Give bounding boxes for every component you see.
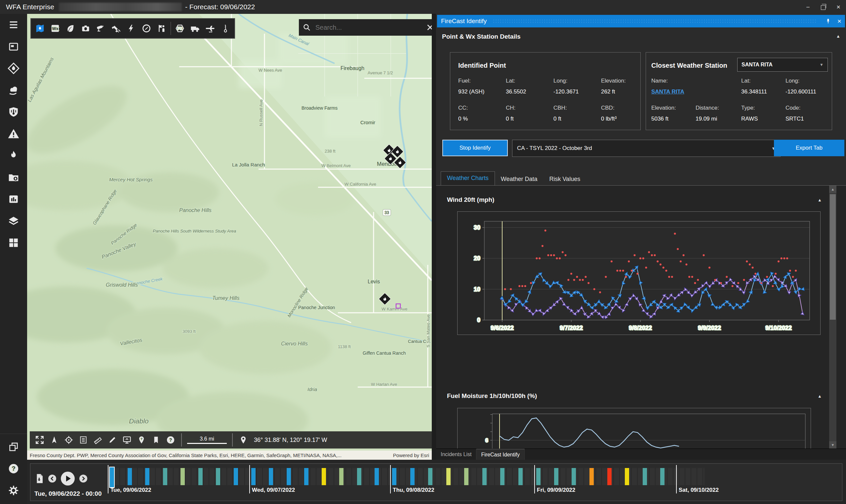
timeline-bar[interactable]	[198, 468, 203, 485]
identify-pin-button[interactable]: ?	[134, 433, 149, 447]
sidebar-item-reports[interactable]	[0, 188, 27, 210]
timeline-bar[interactable]	[410, 468, 415, 485]
step-forward-button[interactable]	[79, 474, 88, 483]
restore-button[interactable]	[816, 0, 831, 14]
bookmark-button[interactable]	[149, 433, 163, 447]
tab-weather-data[interactable]: Weather Data	[495, 173, 543, 186]
airtanker-tool[interactable]	[203, 20, 218, 37]
close-button[interactable]: ×	[831, 0, 846, 14]
menu-button[interactable]	[0, 14, 27, 36]
sidebar-item-fire-library[interactable]	[0, 166, 27, 188]
legend-button[interactable]	[76, 433, 91, 447]
engine-tool[interactable]	[187, 20, 203, 37]
scroll-down-icon[interactable]: ▼	[829, 441, 836, 449]
fullscreen-button[interactable]	[32, 433, 47, 447]
search-input[interactable]	[315, 23, 426, 32]
tab-risk-values[interactable]: Risk Values	[543, 173, 586, 186]
close-panel-button[interactable]: ×	[834, 15, 845, 28]
fg-tool[interactable]: FG	[172, 20, 187, 37]
timeline-bar[interactable]	[322, 468, 326, 485]
timeline-bar[interactable]	[216, 468, 220, 485]
timeline-bar[interactable]	[357, 468, 361, 485]
timeline-bar[interactable]	[500, 468, 504, 485]
scenario-dropdown[interactable]: CA - TSYL 2022 - October 3rd ▼	[512, 140, 780, 157]
timeline-bar[interactable]	[643, 468, 647, 485]
timeline-bar[interactable]	[109, 467, 115, 488]
charts-scrollbar[interactable]: ▲ ▼	[829, 186, 836, 449]
camera-tool[interactable]	[78, 20, 93, 37]
new-window-button[interactable]	[0, 436, 27, 458]
section-collapse-arrow[interactable]: ▲	[836, 34, 840, 39]
sidebar-item-alerts[interactable]	[0, 123, 27, 145]
timeline-bar[interactable]	[464, 468, 468, 485]
settings-button[interactable]	[0, 480, 27, 501]
timeline-bar[interactable]	[482, 468, 487, 485]
timeline-bar[interactable]	[163, 468, 167, 485]
timeline-bar[interactable]	[589, 468, 594, 485]
timeline-bar[interactable]	[269, 468, 273, 485]
timeline-bar[interactable]	[127, 468, 132, 485]
sidebar-item-stations[interactable]	[0, 101, 27, 123]
station-selector[interactable]: SANTA RITA ▼	[737, 58, 828, 72]
export-tab-button[interactable]: Export Tab	[774, 140, 844, 156]
timeline-bar[interactable]	[234, 468, 238, 485]
step-back-button[interactable]	[48, 474, 57, 483]
smoke-restriction-tool[interactable]	[139, 20, 154, 37]
map-view[interactable]: Las Aguilas Mountains Glaucophane Ridge …	[27, 14, 432, 460]
sidebar-item-apps[interactable]	[0, 232, 27, 254]
timeline-bar[interactable]	[446, 468, 451, 485]
scroll-up-icon[interactable]: ▲	[829, 186, 836, 193]
tab-incidents-list[interactable]: Incidents List	[436, 449, 477, 460]
satellite-tool[interactable]	[108, 20, 124, 37]
sidebar-item-fires[interactable]	[0, 145, 27, 166]
sidebar-item-weather[interactable]	[0, 79, 27, 101]
timeline-bar[interactable]	[180, 468, 185, 485]
map-fire-tool-active[interactable]	[32, 20, 48, 37]
lightning-tool[interactable]	[124, 20, 139, 37]
timeline-bar[interactable]	[607, 468, 611, 485]
timeline-bar[interactable]	[660, 468, 664, 485]
timeline-bar[interactable]	[428, 468, 432, 485]
locate-button[interactable]	[62, 433, 76, 447]
screen-share-button[interactable]	[120, 433, 134, 447]
close-search-icon[interactable]	[426, 23, 432, 32]
sidebar-item-calendar[interactable]	[0, 36, 27, 57]
timeline-bar[interactable]	[625, 468, 629, 485]
timeline-strip[interactable]	[108, 468, 705, 485]
north-arrow-button[interactable]	[47, 433, 62, 447]
wind-chart-collapse[interactable]: ▲	[817, 198, 822, 202]
timeline-bar[interactable]	[145, 468, 150, 485]
timeline-bar[interactable]	[339, 468, 344, 485]
fuel-chart-collapse[interactable]: ▲	[817, 394, 822, 399]
cctv-tool[interactable]	[93, 20, 108, 37]
scrollbar-thumb[interactable]	[830, 194, 836, 320]
pin-panel-button[interactable]	[823, 15, 834, 28]
timeline-bar[interactable]	[554, 468, 558, 485]
weather-layer-tool[interactable]: Wx	[48, 20, 63, 37]
play-button[interactable]	[60, 471, 75, 486]
measure-button[interactable]	[91, 433, 105, 447]
timeline-bar[interactable]	[536, 468, 540, 485]
help-button[interactable]: ?	[0, 458, 27, 480]
vegetation-tool[interactable]	[63, 20, 78, 37]
timeline-bar[interactable]	[518, 468, 523, 485]
station-name-link[interactable]: SANTA RITA	[651, 89, 684, 95]
stop-identify-button[interactable]: Stop Identify	[442, 140, 508, 156]
timeline-bar[interactable]	[572, 468, 576, 485]
map-help-button[interactable]: ?	[163, 433, 178, 447]
minimize-button[interactable]: –	[800, 0, 816, 14]
marker-person-tool[interactable]	[154, 20, 169, 37]
panel-header[interactable]: FireCast Identify ×	[437, 15, 845, 28]
draw-button[interactable]	[105, 433, 120, 447]
sidebar-item-layers[interactable]	[0, 210, 27, 232]
timeline-bar[interactable]	[251, 468, 256, 485]
timeline-bar[interactable]	[287, 468, 291, 485]
timeline-bar[interactable]	[375, 468, 379, 485]
timeline-bar[interactable]	[304, 468, 308, 485]
tab-weather-charts[interactable]: Weather Charts	[441, 172, 495, 186]
export-frames-button[interactable]	[34, 473, 44, 484]
smoke-report-tool[interactable]	[218, 20, 233, 37]
sidebar-item-incidents[interactable]	[0, 57, 27, 79]
tab-firecast-identify[interactable]: FireCast Identify	[477, 449, 524, 460]
timeline-bar[interactable]	[392, 468, 396, 485]
